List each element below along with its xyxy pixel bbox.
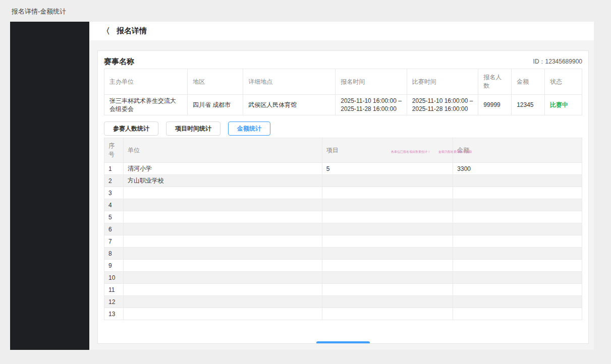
col-project: 项目 [322,138,453,163]
cell-region: 四川省 成都市 [187,95,243,115]
table-row: 10 [104,272,582,284]
cell-money [453,199,582,211]
cell-unit [123,199,322,211]
cell-money [453,175,582,187]
cell-unit [123,223,322,235]
cell-money [453,296,582,308]
cell-project [322,199,453,211]
cell-unit: 清河小学 [123,163,322,175]
table-row: 2 方山职业学校 [104,175,582,187]
cell-unit [123,272,322,284]
table-row: 4 [104,199,582,211]
export-button-row: 导出 [104,341,582,344]
table-row: 1 清河小学 5 3300 [104,163,582,175]
table-row: 11 [104,284,582,296]
col-organizer: 主办单位 [104,69,188,95]
stats-table-body: 1 清河小学 5 3300 2 方山职业学校 3 4 [104,163,582,320]
tab-project-time-stats[interactable]: 项目时间统计 [166,122,220,136]
cell-unit [123,308,322,320]
cell-no: 7 [104,235,124,248]
cell-project [322,284,453,296]
signup-time-line2: 2025-11-28 16:00:00 [341,105,402,113]
col-money: 金额 [453,138,582,163]
page-title: 报名详情-金额统计 [12,7,66,16]
table-row: 6 [104,223,582,235]
main-area: 〈 报名详情 赛事名称 ID：12345689900 主办单位 地区 详细地 [89,22,594,350]
export-button[interactable]: 导出 [316,341,370,344]
cell-no: 4 [104,199,124,211]
event-id-value: 12345689900 [545,58,582,65]
cell-signup-time: 2025-11-10 16:00:00 – 2025-11-28 16:00:0… [336,95,407,115]
table-row: 3 [104,187,582,199]
col-unit: 单位 [123,138,322,163]
event-info-table: 主办单位 地区 详细地点 报名时间 比赛时间 报名人数 金额 状态 张三丰杯武术… [104,69,582,115]
cell-money [453,211,582,223]
cell-project [322,187,453,199]
cell-money [453,260,582,272]
col-index: 序号 [104,138,124,163]
cell-money [453,248,582,260]
col-signup-time: 报名时间 [336,69,407,95]
table-row: 9 [104,260,582,272]
cell-project [322,235,453,248]
cell-money [453,235,582,248]
match-time-line1: 2025-11-10 16:00:00 – [412,97,473,105]
event-info-data-row: 张三丰杯武术养生交流大会组委会 四川省 成都市 武侯区人民体育馆 2025-11… [104,95,582,115]
cell-money [453,308,582,320]
event-info-header-row: 主办单位 地区 详细地点 报名时间 比赛时间 报名人数 金额 状态 [104,69,582,95]
col-address: 详细地点 [243,69,336,95]
cell-unit: 方山职业学校 [123,175,322,187]
cell-organizer: 张三丰杯武术养生交流大会组委会 [104,95,188,115]
cell-unit [123,284,322,296]
cell-no: 12 [104,296,124,308]
cell-project: 5 [322,163,453,175]
match-time-line2: 2025-11-28 16:00:00 [412,105,473,113]
cell-unit [123,187,322,199]
cell-no: 5 [104,211,124,223]
col-match-time: 比赛时间 [407,69,478,95]
content-area: 赛事名称 ID：12345689900 主办单位 地区 详细地点 报名时间 比赛… [89,40,594,350]
cell-money [453,284,582,296]
cell-money [453,187,582,199]
tab-participant-count-stats[interactable]: 参赛人数统计 [104,122,158,136]
page-header: 〈 报名详情 [89,22,594,40]
event-section-title: 赛事名称 [104,57,134,67]
cell-no: 10 [104,272,124,284]
cell-project [322,211,453,223]
tab-amount-stats[interactable]: 金额统计 [228,122,270,136]
detail-card: 赛事名称 ID：12345689900 主办单位 地区 详细地点 报名时间 比赛… [97,50,589,344]
cell-match-time: 2025-11-10 16:00:00 – 2025-11-28 16:00:0… [407,95,478,115]
cell-unit [123,260,322,272]
sidebar-nav-placeholder [10,22,89,350]
cell-no: 1 [104,163,124,175]
table-row: 5 [104,211,582,223]
cell-no: 9 [104,260,124,272]
cell-project [322,260,453,272]
cell-project [322,175,453,187]
col-amount: 金额 [512,69,545,95]
cell-no: 13 [104,308,124,320]
header-title: 报名详情 [117,26,147,36]
cell-no: 11 [104,284,124,296]
stats-header-row: 序号 单位 项目 金额 [104,138,582,163]
cell-no: 6 [104,223,124,235]
cell-unit [123,235,322,248]
cell-project [322,308,453,320]
back-arrow-icon[interactable]: 〈 [102,27,110,35]
cell-amount: 12345 [512,95,545,115]
cell-money [453,223,582,235]
event-id: ID：12345689900 [533,57,582,66]
cell-project [322,223,453,235]
cell-project [322,272,453,284]
cell-address: 武侯区人民体育馆 [243,95,336,115]
cell-project [322,248,453,260]
event-section-head: 赛事名称 ID：12345689900 [104,55,582,69]
amount-stats-table: 序号 单位 项目 金额 1 清河小学 5 3300 2 方山职业学校 [104,138,582,320]
col-region: 地区 [187,69,243,95]
table-row: 12 [104,296,582,308]
cell-money: 3300 [453,163,582,175]
cell-no: 8 [104,248,124,260]
cell-signup-count: 99999 [478,95,512,115]
stats-tabs: 参赛人数统计 项目时间统计 金额统计 [104,122,582,136]
signup-time-line1: 2025-11-10 16:00:00 – [341,97,402,105]
